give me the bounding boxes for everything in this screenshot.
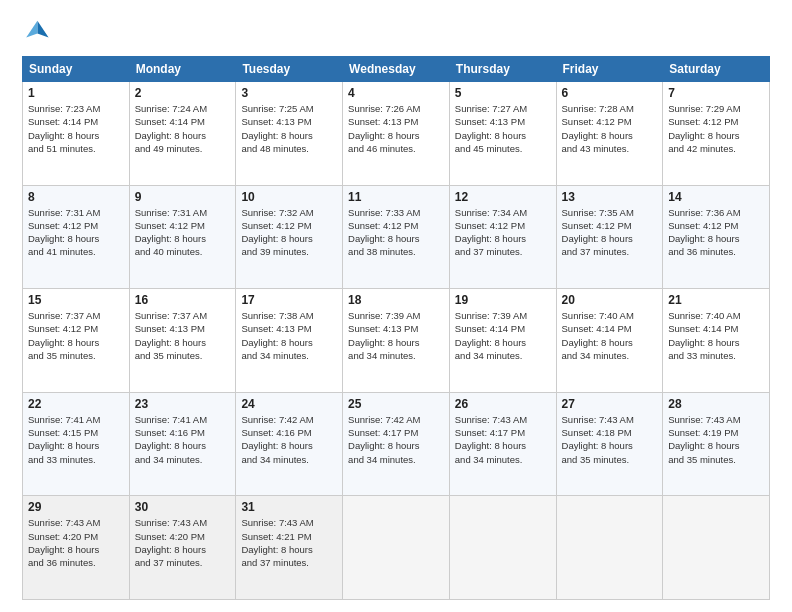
day-cell: 28 Sunrise: 7:43 AM Sunset: 4:19 PM Dayl…: [663, 392, 770, 496]
week-row-4: 22 Sunrise: 7:41 AM Sunset: 4:15 PM Dayl…: [23, 392, 770, 496]
day-number: 29: [28, 500, 124, 514]
day-number: 1: [28, 86, 124, 100]
day-cell: 1 Sunrise: 7:23 AM Sunset: 4:14 PM Dayli…: [23, 82, 130, 186]
day-info: Sunrise: 7:40 AM Sunset: 4:14 PM Dayligh…: [562, 309, 658, 362]
day-cell: 5 Sunrise: 7:27 AM Sunset: 4:13 PM Dayli…: [449, 82, 556, 186]
day-info: Sunrise: 7:41 AM Sunset: 4:15 PM Dayligh…: [28, 413, 124, 466]
day-cell: [663, 496, 770, 600]
day-cell: [556, 496, 663, 600]
col-header-sunday: Sunday: [23, 57, 130, 82]
day-info: Sunrise: 7:43 AM Sunset: 4:19 PM Dayligh…: [668, 413, 764, 466]
day-cell: 14 Sunrise: 7:36 AM Sunset: 4:12 PM Dayl…: [663, 185, 770, 289]
col-header-thursday: Thursday: [449, 57, 556, 82]
day-info: Sunrise: 7:24 AM Sunset: 4:14 PM Dayligh…: [135, 102, 231, 155]
day-cell: 27 Sunrise: 7:43 AM Sunset: 4:18 PM Dayl…: [556, 392, 663, 496]
day-number: 26: [455, 397, 551, 411]
day-info: Sunrise: 7:26 AM Sunset: 4:13 PM Dayligh…: [348, 102, 444, 155]
day-info: Sunrise: 7:43 AM Sunset: 4:21 PM Dayligh…: [241, 516, 337, 569]
day-info: Sunrise: 7:35 AM Sunset: 4:12 PM Dayligh…: [562, 206, 658, 259]
day-cell: 23 Sunrise: 7:41 AM Sunset: 4:16 PM Dayl…: [129, 392, 236, 496]
day-cell: 20 Sunrise: 7:40 AM Sunset: 4:14 PM Dayl…: [556, 289, 663, 393]
day-cell: 12 Sunrise: 7:34 AM Sunset: 4:12 PM Dayl…: [449, 185, 556, 289]
day-number: 8: [28, 190, 124, 204]
day-number: 25: [348, 397, 444, 411]
day-cell: 19 Sunrise: 7:39 AM Sunset: 4:14 PM Dayl…: [449, 289, 556, 393]
day-number: 23: [135, 397, 231, 411]
col-header-tuesday: Tuesday: [236, 57, 343, 82]
day-number: 17: [241, 293, 337, 307]
day-cell: 25 Sunrise: 7:42 AM Sunset: 4:17 PM Dayl…: [343, 392, 450, 496]
day-info: Sunrise: 7:43 AM Sunset: 4:18 PM Dayligh…: [562, 413, 658, 466]
day-info: Sunrise: 7:25 AM Sunset: 4:13 PM Dayligh…: [241, 102, 337, 155]
day-info: Sunrise: 7:31 AM Sunset: 4:12 PM Dayligh…: [135, 206, 231, 259]
week-row-5: 29 Sunrise: 7:43 AM Sunset: 4:20 PM Dayl…: [23, 496, 770, 600]
day-cell: 29 Sunrise: 7:43 AM Sunset: 4:20 PM Dayl…: [23, 496, 130, 600]
day-info: Sunrise: 7:43 AM Sunset: 4:20 PM Dayligh…: [135, 516, 231, 569]
day-number: 13: [562, 190, 658, 204]
day-cell: 11 Sunrise: 7:33 AM Sunset: 4:12 PM Dayl…: [343, 185, 450, 289]
day-cell: 31 Sunrise: 7:43 AM Sunset: 4:21 PM Dayl…: [236, 496, 343, 600]
day-info: Sunrise: 7:43 AM Sunset: 4:20 PM Dayligh…: [28, 516, 124, 569]
day-cell: 13 Sunrise: 7:35 AM Sunset: 4:12 PM Dayl…: [556, 185, 663, 289]
day-number: 14: [668, 190, 764, 204]
day-cell: 3 Sunrise: 7:25 AM Sunset: 4:13 PM Dayli…: [236, 82, 343, 186]
day-cell: 8 Sunrise: 7:31 AM Sunset: 4:12 PM Dayli…: [23, 185, 130, 289]
day-number: 28: [668, 397, 764, 411]
day-info: Sunrise: 7:27 AM Sunset: 4:13 PM Dayligh…: [455, 102, 551, 155]
col-header-monday: Monday: [129, 57, 236, 82]
page: SundayMondayTuesdayWednesdayThursdayFrid…: [0, 0, 792, 612]
header: [22, 18, 770, 46]
day-number: 27: [562, 397, 658, 411]
day-info: Sunrise: 7:43 AM Sunset: 4:17 PM Dayligh…: [455, 413, 551, 466]
day-info: Sunrise: 7:36 AM Sunset: 4:12 PM Dayligh…: [668, 206, 764, 259]
day-cell: [343, 496, 450, 600]
calendar-header-row: SundayMondayTuesdayWednesdayThursdayFrid…: [23, 57, 770, 82]
day-number: 7: [668, 86, 764, 100]
day-cell: 6 Sunrise: 7:28 AM Sunset: 4:12 PM Dayli…: [556, 82, 663, 186]
day-number: 9: [135, 190, 231, 204]
day-info: Sunrise: 7:37 AM Sunset: 4:13 PM Dayligh…: [135, 309, 231, 362]
logo-icon: [22, 18, 50, 46]
day-info: Sunrise: 7:42 AM Sunset: 4:17 PM Dayligh…: [348, 413, 444, 466]
day-info: Sunrise: 7:32 AM Sunset: 4:12 PM Dayligh…: [241, 206, 337, 259]
day-number: 11: [348, 190, 444, 204]
day-cell: 21 Sunrise: 7:40 AM Sunset: 4:14 PM Dayl…: [663, 289, 770, 393]
day-cell: 17 Sunrise: 7:38 AM Sunset: 4:13 PM Dayl…: [236, 289, 343, 393]
day-info: Sunrise: 7:41 AM Sunset: 4:16 PM Dayligh…: [135, 413, 231, 466]
day-info: Sunrise: 7:28 AM Sunset: 4:12 PM Dayligh…: [562, 102, 658, 155]
day-cell: 16 Sunrise: 7:37 AM Sunset: 4:13 PM Dayl…: [129, 289, 236, 393]
day-cell: 2 Sunrise: 7:24 AM Sunset: 4:14 PM Dayli…: [129, 82, 236, 186]
day-number: 16: [135, 293, 231, 307]
day-number: 15: [28, 293, 124, 307]
col-header-friday: Friday: [556, 57, 663, 82]
day-number: 3: [241, 86, 337, 100]
col-header-saturday: Saturday: [663, 57, 770, 82]
day-number: 6: [562, 86, 658, 100]
day-cell: [449, 496, 556, 600]
logo: [22, 18, 54, 46]
day-info: Sunrise: 7:29 AM Sunset: 4:12 PM Dayligh…: [668, 102, 764, 155]
day-number: 2: [135, 86, 231, 100]
day-cell: 18 Sunrise: 7:39 AM Sunset: 4:13 PM Dayl…: [343, 289, 450, 393]
day-info: Sunrise: 7:23 AM Sunset: 4:14 PM Dayligh…: [28, 102, 124, 155]
svg-marker-0: [37, 21, 48, 38]
day-cell: 4 Sunrise: 7:26 AM Sunset: 4:13 PM Dayli…: [343, 82, 450, 186]
svg-marker-1: [26, 21, 37, 38]
day-cell: 24 Sunrise: 7:42 AM Sunset: 4:16 PM Dayl…: [236, 392, 343, 496]
day-number: 21: [668, 293, 764, 307]
day-number: 22: [28, 397, 124, 411]
day-cell: 22 Sunrise: 7:41 AM Sunset: 4:15 PM Dayl…: [23, 392, 130, 496]
day-number: 5: [455, 86, 551, 100]
day-info: Sunrise: 7:38 AM Sunset: 4:13 PM Dayligh…: [241, 309, 337, 362]
day-number: 10: [241, 190, 337, 204]
day-cell: 26 Sunrise: 7:43 AM Sunset: 4:17 PM Dayl…: [449, 392, 556, 496]
day-info: Sunrise: 7:39 AM Sunset: 4:13 PM Dayligh…: [348, 309, 444, 362]
day-number: 18: [348, 293, 444, 307]
day-info: Sunrise: 7:31 AM Sunset: 4:12 PM Dayligh…: [28, 206, 124, 259]
day-number: 19: [455, 293, 551, 307]
calendar-table: SundayMondayTuesdayWednesdayThursdayFrid…: [22, 56, 770, 600]
day-number: 31: [241, 500, 337, 514]
day-info: Sunrise: 7:33 AM Sunset: 4:12 PM Dayligh…: [348, 206, 444, 259]
day-number: 12: [455, 190, 551, 204]
day-number: 24: [241, 397, 337, 411]
